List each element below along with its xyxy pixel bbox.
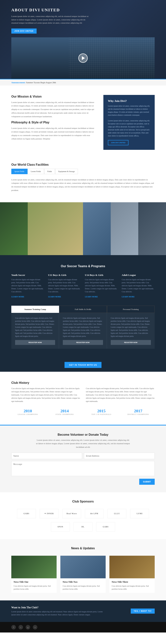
- team-u14-learn-more[interactable]: Learn More: [85, 296, 98, 298]
- register-button-1[interactable]: REGISTER NOW: [15, 340, 55, 345]
- milestone-year-1: 2010: [11, 408, 44, 414]
- register-button-2[interactable]: REGISTER NOW: [63, 340, 103, 345]
- news-img-3: [110, 556, 155, 578]
- footer-cta: Want to Join The Club? Lorem ipsum dolor…: [0, 600, 166, 622]
- gallery-img-4: [111, 202, 138, 255]
- volunteer-title: Become Volunteer or Donate Today: [11, 433, 155, 436]
- why-divi-join-button[interactable]: JOIN DIVI UNITED: [108, 140, 128, 145]
- footer-cta-description: Lorem ipsum dolor sit amet consectetur a…: [11, 610, 106, 616]
- philosophy-title: Philosophy & Style of Play: [11, 121, 96, 124]
- why-divi-title: Why Join Divi?: [108, 100, 150, 103]
- gallery-item-3: [83, 202, 111, 255]
- why-divi-text1: Lorem ipsum dolor sit amet, consectetur …: [108, 104, 150, 116]
- milestone-year-4: 2017: [122, 408, 155, 414]
- name-input[interactable]: [11, 453, 82, 459]
- why-divi-card: Why Join Divi? Lorem ipsum dolor sit ame…: [103, 95, 155, 150]
- sponsor-inner: ✦ INNER: [40, 509, 58, 518]
- team-adult-learn-more[interactable]: Learn More: [122, 296, 135, 298]
- news-text-3: Cras ultricies ligula sed magna dictum p…: [112, 584, 152, 590]
- news-title: News & Updates: [11, 547, 155, 550]
- milestone-2015: 2015 TOP 2 IN NATIONALS: [85, 408, 118, 415]
- program-tab-personal[interactable]: Personal Training: [107, 306, 155, 313]
- news-card-3: News Title Three Cras ultricies ligula s…: [110, 556, 155, 593]
- footer-cta-title: Want to Join The Club?: [11, 606, 106, 609]
- teams-title: Our Soccer Teams & Programs: [11, 264, 155, 268]
- team-card-adult: Adult League Cras ultricies ligula sed m…: [122, 274, 155, 298]
- history-section: Club History Cras ultricies ligula sed m…: [0, 372, 166, 425]
- email-input[interactable]: [84, 453, 155, 459]
- mission-title: Our Mission & Vision: [11, 95, 96, 98]
- form-row-1: [11, 453, 155, 459]
- teams-section: Our Soccer Teams & Programs Youth Soccer…: [0, 255, 166, 358]
- announcement-bar: Announcement: Summer Tryouts Begin Augus…: [0, 79, 166, 86]
- facilities-title: Our World Class Facilities: [11, 163, 155, 166]
- teams-grid: Youth Soccer Cras ultricies ligula sed m…: [11, 274, 155, 298]
- milestones: 2010 LEAGUE CHAMPIONS 2014 STATE CHAMPIO…: [11, 408, 155, 415]
- message-textarea[interactable]: [11, 461, 155, 476]
- tab-equipment[interactable]: Equipment & Storage: [55, 169, 78, 174]
- submit-button[interactable]: SUBMIT: [139, 479, 155, 485]
- register-button-3[interactable]: REGISTER NOW: [111, 340, 151, 345]
- program-item-3: Cras ultricies ligula sed magna dictum p…: [107, 313, 155, 349]
- hero-section: ABOUT DIVI UNITED Lorem ipsum dolor sit …: [0, 0, 166, 79]
- milestone-2017: 2017 DISTRICT CHAMPIONS: [122, 408, 155, 415]
- sponsors-section: Club Sponsors GABS ✦ INNER Real Wave hb …: [0, 492, 166, 539]
- sponsor-lllu: LLLU: [108, 509, 126, 518]
- hero-image: [11, 37, 155, 79]
- social-facebook[interactable]: f: [11, 625, 16, 630]
- join-button[interactable]: JOIN DIVI UNITED: [11, 28, 36, 34]
- team-u14-desc: Cras ultricies ligula sed magna dictum p…: [85, 278, 118, 293]
- sponsor-realwave: Real Wave: [62, 509, 81, 518]
- mission-section: Our Mission & Vision Lorem ipsum dolor s…: [0, 86, 166, 159]
- mission-left: Our Mission & Vision Lorem ipsum dolor s…: [11, 95, 96, 150]
- footer-bottom: f t g v: [0, 622, 166, 632]
- news-heading-1: News Title One: [14, 580, 54, 584]
- team-adult-title: Adult League: [122, 274, 155, 276]
- news-card-2: News Title Two Cras ultricies ligula sed…: [60, 556, 106, 593]
- gallery-img-5: [138, 202, 166, 255]
- tab-lorem-fields[interactable]: Lorem Fields: [28, 169, 44, 174]
- news-section: News & Updates News Title One Cras ultri…: [0, 539, 166, 600]
- team-card-youth: Youth Soccer Cras ultricies ligula sed m…: [11, 274, 44, 298]
- tab-fields[interactable]: Fields: [44, 169, 55, 174]
- team-card-u11: U11 Boys & Girls Cras ultricies ligula s…: [48, 274, 81, 298]
- news-text-1: Cras ultricies ligula sed magna dictum p…: [14, 584, 54, 590]
- social-googleplus[interactable]: g: [26, 625, 30, 630]
- news-text-2: Cras ultricies ligula sed magna dictum p…: [63, 584, 103, 590]
- gallery-img-2: [28, 202, 83, 255]
- tab-ipsum-fields[interactable]: Ipsum Fields: [11, 169, 28, 174]
- gallery-item-4: [111, 202, 138, 255]
- footer-cta-button[interactable]: YES, I WANT TO!: [131, 608, 155, 614]
- form-submit-row: SUBMIT: [11, 479, 155, 485]
- volunteer-description: Lorem ipsum dolor sit amet, consectetur …: [36, 438, 130, 449]
- social-vimeo[interactable]: v: [33, 625, 37, 630]
- facilities-description: Lorem ipsum dolor sit amet, consectetur …: [11, 178, 155, 192]
- gallery-img-1: [0, 202, 28, 255]
- news-grid: News Title One Cras ultricies ligula sed…: [11, 556, 155, 593]
- team-u11-desc: Cras ultricies ligula sed magna dictum p…: [48, 278, 81, 293]
- sponsors-grid: GABS ✦ INNER Real Wave hb LPM LLLU LUMI …: [11, 509, 155, 532]
- social-twitter[interactable]: t: [18, 625, 23, 630]
- announcement-text: Summer Tryouts Begin August 28th: [26, 81, 56, 84]
- news-img-2: [60, 556, 106, 578]
- facilities-tabs: Ipsum Fields Lorem Fields Fields Equipme…: [11, 169, 155, 174]
- milestone-year-2: 2014: [48, 408, 81, 414]
- program-tab-summer[interactable]: Summer Training Camp: [11, 306, 59, 313]
- programs-content: Cras ultricies ligula sed magna dictum p…: [11, 313, 155, 349]
- sponsor-gabs: GABS: [17, 509, 36, 518]
- news-heading-3: News Title Three: [112, 580, 152, 584]
- team-youth-learn-more[interactable]: Learn More: [11, 296, 24, 298]
- news-body-1: News Title One Cras ultricies ligula sed…: [11, 578, 56, 593]
- history-text1: Cras ultricies ligula sed magna dictum p…: [11, 387, 80, 403]
- get-touch-button[interactable]: GET In TOUCH WITH US: [64, 362, 102, 368]
- news-img-1: [11, 556, 56, 578]
- program-tab-fall[interactable]: Fall Skills & Drills: [59, 306, 107, 313]
- program-desc-1: Cras ultricies ligula sed magna dictum p…: [15, 316, 55, 338]
- gallery-img-3: [83, 202, 111, 255]
- team-u11-learn-more[interactable]: Learn More: [48, 296, 61, 298]
- sponsor-gabs2: GABS: [96, 522, 115, 532]
- history-grid: Cras ultricies ligula sed magna dictum p…: [11, 387, 155, 403]
- hero-title: ABOUT DIVI UNITED: [11, 8, 155, 12]
- milestone-year-3: 2015: [85, 408, 118, 414]
- gallery-item-5: [138, 202, 166, 255]
